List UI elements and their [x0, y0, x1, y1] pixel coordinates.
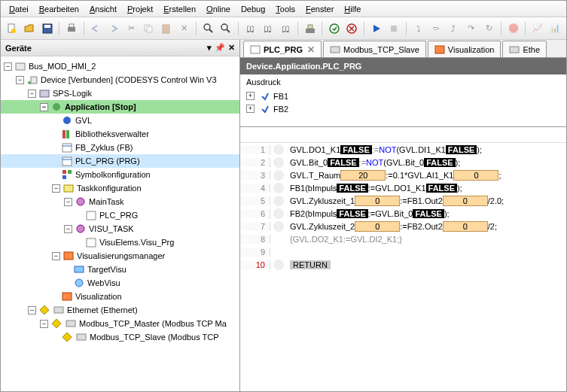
editor-tabs: PLC_PRG✕ Modbus_TCP_Slave Visualization …	[240, 40, 566, 58]
menu-ansicht[interactable]: Ansicht	[84, 2, 122, 16]
tree-application[interactable]: −Application [Stop]	[1, 100, 239, 114]
tab-modbus-slave[interactable]: Modbus_TCP_Slave	[323, 41, 426, 57]
svg-rect-3	[44, 25, 50, 28]
code-line-6[interactable]: 6FB2(bImpulsFALSE:=GVL.Bit_0FALSE);	[240, 207, 566, 220]
menu-hilfe[interactable]: Hilfe	[339, 2, 366, 16]
tree-root[interactable]: −Bus_MOD_HMI_2	[1, 59, 239, 73]
expander-icon[interactable]: −	[28, 90, 36, 98]
svg-rect-5	[69, 24, 74, 27]
var-row-fb2[interactable]: +FB2	[246, 102, 560, 115]
panel-close-icon[interactable]: ✕	[228, 43, 235, 53]
menu-fenster[interactable]: Fenster	[300, 2, 339, 16]
svg-rect-4	[68, 27, 75, 32]
tree-sps-logik[interactable]: −SPS-Logik	[1, 87, 239, 100]
tab-ethernet[interactable]: Ethe	[502, 41, 547, 57]
code-line-4[interactable]: 4FB1(bImpulsFALSE:=GVL.DO1_K1FALSE);	[240, 181, 566, 194]
print-icon[interactable]	[63, 20, 79, 37]
code-line-5[interactable]: 5GVL.Zykluszeit_10:=FB1.Out20/2.0;	[240, 194, 566, 207]
build-icon[interactable]	[302, 20, 318, 37]
find-replace-icon[interactable]	[218, 20, 233, 37]
new-file-icon[interactable]	[4, 20, 20, 37]
run-icon[interactable]	[368, 20, 384, 37]
tree-bibliothek[interactable]: Bibliotheksverwalter	[1, 127, 239, 141]
menu-datei[interactable]: Datei	[4, 2, 34, 16]
bookmark-prev-icon[interactable]: 🕮	[260, 20, 276, 37]
step-over-icon[interactable]: ⤼	[428, 20, 444, 37]
svg-rect-27	[66, 130, 69, 138]
code-line-9[interactable]: 9	[240, 245, 566, 258]
svg-rect-41	[75, 266, 84, 272]
tree-ethernet[interactable]: −Ethernet (Ethernet)	[1, 303, 239, 317]
breakpoint-icon[interactable]: 🛑	[505, 20, 521, 37]
copy-icon[interactable]	[141, 20, 157, 37]
find-icon[interactable]	[200, 20, 216, 37]
svg-point-24	[53, 103, 60, 111]
svg-line-12	[227, 29, 230, 32]
stop-icon[interactable]	[386, 20, 402, 37]
toolbar: ✂ ✕ 🕮 🕮 🕮 ⤵ ⤼ ⤴ ↷ ↻ 🛑 📈 📊	[1, 17, 566, 40]
svg-rect-45	[66, 321, 75, 327]
tree-fb-zyklus[interactable]: FB_Zyklus (FB)	[1, 141, 239, 154]
svg-rect-32	[62, 170, 66, 174]
svg-rect-28	[62, 144, 72, 152]
logout-icon[interactable]	[344, 20, 360, 37]
var-row-fb1[interactable]: +FB1	[246, 90, 560, 102]
trace-icon[interactable]: 📈	[529, 20, 545, 37]
tree-vis-mgr[interactable]: −Visualisierungsmanager	[1, 249, 239, 263]
code-line-8[interactable]: 8{GVL.DO2_K1:=GVL.DI2_K1;}	[240, 232, 566, 245]
tree-webvisu[interactable]: WebVisu	[1, 276, 239, 290]
tab-plc-prg[interactable]: PLC_PRG✕	[243, 41, 322, 57]
save-icon[interactable]	[39, 20, 55, 37]
menu-projekt[interactable]: Projekt	[122, 2, 158, 16]
tab-visualization[interactable]: Visualization	[428, 41, 501, 57]
cut-icon[interactable]: ✂	[123, 20, 139, 37]
panel-pin-icon[interactable]: 📌	[215, 43, 225, 53]
expander-icon[interactable]: −	[16, 76, 24, 84]
tree-taskconfig[interactable]: −Taskkonfiguration	[1, 181, 239, 195]
tree-modbus-slave[interactable]: Modbus_TCP_Slave (Modbus TCP	[1, 330, 239, 344]
delete-icon[interactable]: ✕	[176, 20, 192, 37]
close-icon[interactable]: ✕	[307, 44, 315, 55]
tree-targetvisu[interactable]: TargetVisu	[1, 263, 239, 276]
login-icon[interactable]	[326, 20, 342, 37]
redo-icon[interactable]	[105, 20, 121, 37]
code-editor[interactable]: 1GVL.DO1_K1FALSE:=NOT(GVL.DI1_K1FALSE); …	[240, 142, 566, 391]
tree-plc-prg-task[interactable]: PLC_PRG	[1, 208, 239, 222]
device-tree[interactable]: −Bus_MOD_HMI_2 −Device [Verbunden] (CODE…	[1, 56, 239, 391]
tree-visu-elems[interactable]: VisuElems.Visu_Prg	[1, 236, 239, 249]
step-out-icon[interactable]: ⤴	[446, 20, 462, 37]
code-line-2[interactable]: 2GVL.Bit_0FALSE:=NOT(GVL.Bit_0FALSE);	[240, 156, 566, 169]
menu-debug[interactable]: Debug	[236, 2, 270, 16]
svg-point-21	[28, 81, 31, 84]
undo-icon[interactable]	[88, 20, 104, 37]
code-line-7[interactable]: 7GVL.Zykluszeit_20:=FB2.Out20/2;	[240, 220, 566, 232]
step-into-icon[interactable]: ⤵	[410, 20, 426, 37]
step-icon[interactable]: ↻	[481, 20, 497, 37]
tree-modbus-master[interactable]: −Modbus_TCP_Master (Modbus TCP Ma	[1, 317, 239, 330]
open-folder-icon[interactable]	[21, 20, 37, 37]
tree-plc-prg[interactable]: PLC_PRG (PRG)	[1, 154, 239, 168]
bookmark-icon[interactable]: 🕮	[242, 20, 258, 37]
code-line-1[interactable]: 1GVL.DO1_K1FALSE:=NOT(GVL.DI1_K1FALSE);	[240, 143, 566, 156]
panel-dropdown-icon[interactable]: ▾	[207, 43, 212, 53]
menu-erstellen[interactable]: Erstellen	[158, 2, 201, 16]
code-line-10[interactable]: 10RETURN	[240, 258, 566, 271]
tree-visu-task[interactable]: −VISU_TASK	[1, 222, 239, 236]
trace2-icon[interactable]: 📊	[547, 20, 563, 37]
menu-tools[interactable]: Tools	[270, 2, 300, 16]
menu-bearbeiten[interactable]: Bearbeiten	[34, 2, 84, 16]
svg-point-38	[77, 225, 84, 232]
step-cursor-icon[interactable]: ↷	[463, 20, 479, 37]
tree-visualization[interactable]: Visualization	[1, 290, 239, 303]
tree-symbol[interactable]: Symbolkonfiguration	[1, 168, 239, 181]
menu-online[interactable]: Online	[201, 2, 236, 16]
expander-icon[interactable]: −	[40, 103, 48, 111]
tree-gvl[interactable]: GVL	[1, 114, 239, 127]
tree-device[interactable]: −Device [Verbunden] (CODESYS Control Win…	[1, 73, 239, 87]
code-line-3[interactable]: 3GVL.T_Raum20:=0.1*GVL.AI1_K10;	[240, 169, 566, 181]
bookmark-next-icon[interactable]: 🕮	[278, 20, 294, 37]
tree-maintask[interactable]: −MainTask	[1, 195, 239, 208]
svg-point-9	[204, 24, 210, 30]
paste-icon[interactable]	[158, 20, 174, 37]
expander-icon[interactable]: −	[4, 62, 12, 71]
